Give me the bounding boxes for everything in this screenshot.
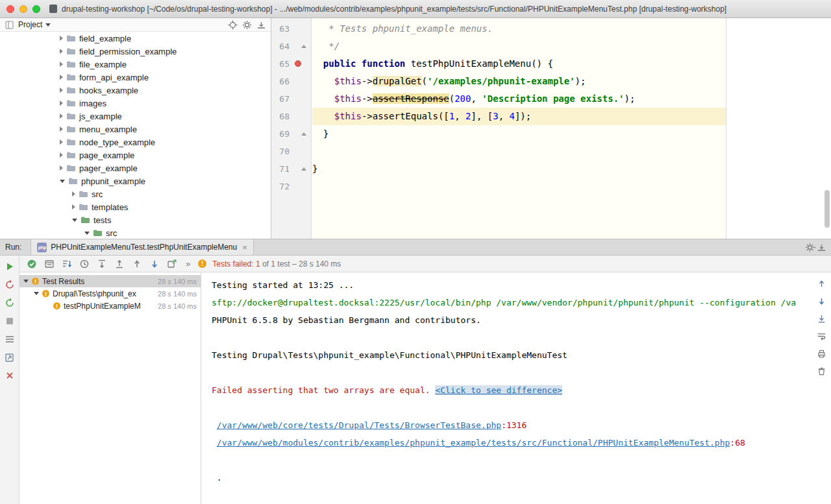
chevron-right-icon[interactable] — [60, 114, 63, 119]
test-tree-item[interactable]: !testPhpUnitExampleM28 s 140 ms — [19, 300, 201, 312]
tree-item-templates[interactable]: templates — [0, 200, 271, 213]
close-run-panel-button[interactable] — [4, 370, 16, 381]
chevron-right-icon[interactable] — [60, 62, 63, 67]
tree-item-file_example[interactable]: file_example — [0, 58, 271, 71]
run-settings-gear-icon[interactable] — [805, 242, 816, 253]
run-panel-label: Run: — [5, 243, 21, 252]
prev-stack-trace-button[interactable] — [815, 278, 827, 289]
editor-scrollbar[interactable] — [825, 190, 830, 228]
chevron-right-icon[interactable] — [72, 191, 75, 197]
thread-dump-button[interactable] — [4, 333, 16, 345]
tree-item-menu_example[interactable]: menu_example — [0, 123, 271, 136]
tree-item-images[interactable]: images — [0, 97, 271, 110]
chevron-right-icon[interactable] — [72, 204, 75, 210]
fold-marker-icon[interactable] — [301, 45, 306, 48]
import-test-results-button[interactable] — [166, 258, 178, 270]
tree-item-phpunit_example[interactable]: phpunit_example — [0, 174, 271, 187]
next-failed-test-button[interactable] — [149, 258, 160, 270]
tree-item-field_permission_example[interactable]: field_permission_example — [0, 45, 271, 58]
chevron-right-icon[interactable] — [60, 88, 63, 93]
tree-item-tests[interactable]: tests — [0, 213, 271, 226]
zoom-window-button[interactable] — [32, 5, 40, 13]
tree-item-form_api_example[interactable]: form_api_example — [0, 71, 271, 84]
gear-icon[interactable] — [242, 19, 253, 30]
console-text: sftp://docker@drupaltest.docksal:2225/us… — [212, 298, 796, 307]
code-line[interactable]: } — [312, 160, 831, 178]
tree-item-node_type_example[interactable]: node_type_example — [0, 136, 271, 149]
clear-console-button[interactable] — [815, 365, 827, 377]
editor-code-area[interactable]: * Tests phpunit_example menus. */ public… — [312, 18, 831, 239]
toggle-auto-test-button[interactable] — [4, 297, 16, 309]
chevron-down-icon[interactable] — [60, 180, 65, 183]
console-link[interactable]: /var/www/web/modules/contrib/examples/ph… — [217, 438, 730, 448]
fold-marker-icon[interactable] — [301, 167, 306, 171]
hide-project-panel-button[interactable] — [256, 19, 267, 30]
code-line[interactable]: */ — [312, 38, 831, 55]
rerun-failed-tests-button[interactable] — [4, 279, 16, 291]
chevron-right-icon[interactable] — [60, 152, 63, 158]
project-panel-title[interactable]: Project — [18, 20, 42, 29]
tree-item-js_example[interactable]: js_example — [0, 110, 271, 123]
chevron-right-icon[interactable] — [60, 101, 63, 106]
show-passed-toggle[interactable] — [26, 258, 38, 270]
chevron-right-icon[interactable] — [60, 139, 63, 145]
chevron-down-icon[interactable] — [34, 292, 39, 295]
previous-failed-test-button[interactable] — [131, 258, 143, 270]
tree-item-src[interactable]: src — [0, 187, 271, 200]
gutter-line: 64 — [271, 38, 311, 55]
code-line[interactable] — [312, 143, 831, 160]
chevron-down-icon[interactable] — [23, 280, 29, 283]
test-tree-item[interactable]: !Test Results28 s 140 ms — [19, 275, 201, 287]
chevron-right-icon[interactable] — [60, 165, 63, 171]
minimize-window-button[interactable] — [19, 5, 27, 13]
gutter-line: 63 — [271, 20, 311, 38]
chevron-down-icon[interactable] — [84, 232, 90, 235]
run-console[interactable]: Testing started at 13:25 ...sftp://docke… — [201, 272, 812, 504]
tree-item-pager_example[interactable]: pager_example — [0, 162, 271, 174]
sort-alphabetically-toggle[interactable] — [61, 258, 73, 270]
line-number: 72 — [271, 178, 290, 195]
tree-item-field_example[interactable]: field_example — [0, 32, 271, 45]
chevron-down-icon[interactable] — [72, 219, 77, 222]
chevron-right-icon[interactable] — [60, 126, 63, 132]
select-opened-file-button[interactable] — [227, 19, 238, 30]
rerun-button[interactable] — [4, 261, 16, 272]
collapse-all-button[interactable] — [114, 258, 125, 270]
console-line: /var/www/web/core/tests/Drupal/Tests/Bro… — [212, 416, 812, 434]
code-line[interactable]: public function testPhpUnitExampleMenu()… — [312, 55, 831, 73]
sort-by-duration-toggle[interactable] — [79, 258, 90, 270]
chevron-down-icon[interactable] — [45, 23, 51, 27]
overflow-chevron-icon[interactable]: » — [186, 259, 190, 269]
tree-item-src[interactable]: src — [0, 226, 271, 239]
close-window-button[interactable] — [6, 5, 14, 13]
code-line[interactable]: $this->assertResponse(200, 'Description … — [312, 90, 831, 108]
show-ignored-toggle[interactable] — [43, 258, 55, 270]
chevron-right-icon[interactable] — [60, 49, 63, 54]
failed-test-gutter-icon[interactable] — [295, 60, 301, 67]
close-tab-icon[interactable]: × — [242, 243, 247, 252]
hide-run-panel-button[interactable] — [816, 242, 827, 253]
test-tree-item[interactable]: !Drupal\Tests\phpunit_ex28 s 140 ms — [19, 287, 201, 300]
code-line[interactable]: } — [312, 125, 831, 143]
code-line[interactable]: $this->drupalGet('/examples/phpunit-exam… — [312, 73, 831, 90]
run-tab[interactable]: php PHPUnitExampleMenuTest.testPhpUnitEx… — [31, 239, 253, 255]
console-link[interactable]: <Click to see difference> — [435, 385, 562, 395]
print-button[interactable] — [815, 348, 827, 359]
code-editor[interactable]: 63646566676869707172 * Tests phpunit_exa… — [271, 18, 831, 239]
restore-layout-button[interactable] — [4, 352, 16, 363]
tree-item-hooks_example[interactable]: hooks_example — [0, 84, 271, 97]
scroll-to-end-button[interactable] — [815, 313, 827, 324]
document-proxy-icon[interactable] — [49, 5, 57, 13]
stop-button[interactable] — [4, 315, 16, 327]
console-link[interactable]: /var/www/web/core/tests/Drupal/Tests/Bro… — [217, 420, 501, 430]
chevron-right-icon[interactable] — [60, 75, 63, 80]
soft-wrap-button[interactable] — [815, 330, 827, 342]
code-line[interactable]: * Tests phpunit_example menus. — [312, 20, 831, 38]
next-stack-trace-button[interactable] — [815, 295, 827, 307]
expand-all-button[interactable] — [96, 258, 108, 270]
code-line-current[interactable]: $this->assertEquals([1, 2], [3, 4]); — [312, 108, 831, 125]
tree-item-page_example[interactable]: page_example — [0, 149, 271, 162]
code-line[interactable] — [312, 178, 831, 195]
fold-marker-icon[interactable] — [301, 132, 306, 136]
chevron-right-icon[interactable] — [60, 36, 63, 41]
